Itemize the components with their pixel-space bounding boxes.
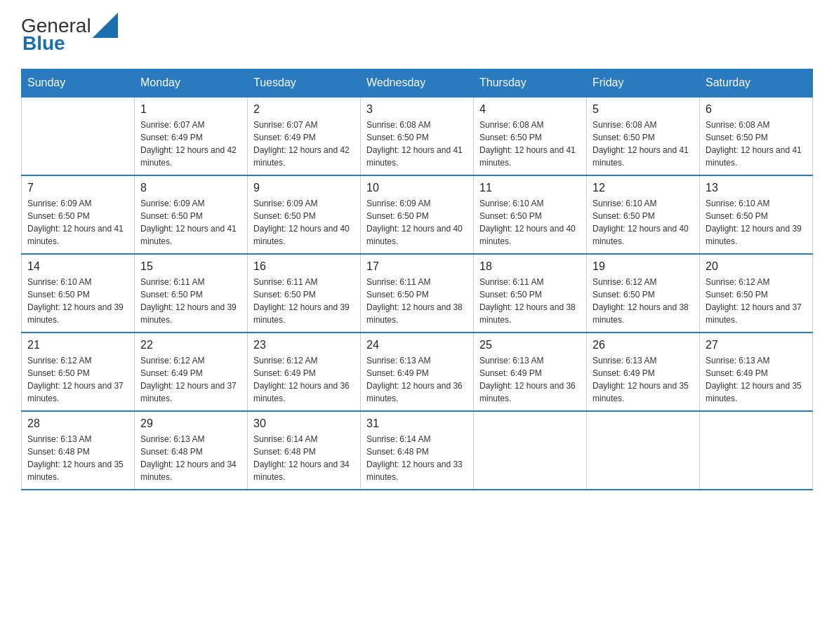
day-info: Sunrise: 6:08 AMSunset: 6:50 PMDaylight:…: [366, 119, 468, 169]
calendar-cell: [587, 411, 700, 490]
day-number: 2: [253, 103, 355, 116]
logo-triangle-icon: [93, 13, 118, 38]
day-number: 31: [366, 417, 468, 430]
day-number: 28: [27, 417, 128, 430]
day-number: 6: [706, 103, 807, 116]
calendar-cell: 2Sunrise: 6:07 AMSunset: 6:49 PMDaylight…: [248, 97, 361, 175]
day-number: 22: [140, 339, 241, 351]
day-number: 1: [140, 103, 241, 116]
calendar-cell: [474, 411, 587, 490]
day-info: Sunrise: 6:12 AMSunset: 6:50 PMDaylight:…: [706, 276, 807, 326]
day-info: Sunrise: 6:09 AMSunset: 6:50 PMDaylight:…: [366, 197, 468, 248]
calendar-week-row: 7Sunrise: 6:09 AMSunset: 6:50 PMDaylight…: [22, 175, 813, 254]
calendar-week-row: 21Sunrise: 6:12 AMSunset: 6:50 PMDayligh…: [22, 333, 813, 411]
calendar-cell: 7Sunrise: 6:09 AMSunset: 6:50 PMDaylight…: [22, 175, 135, 254]
calendar-week-row: 14Sunrise: 6:10 AMSunset: 6:50 PMDayligh…: [22, 254, 813, 333]
day-number: 9: [253, 182, 355, 194]
weekday-header-sunday: Sunday: [22, 69, 135, 98]
calendar-cell: 22Sunrise: 6:12 AMSunset: 6:49 PMDayligh…: [135, 333, 248, 411]
day-info: Sunrise: 6:13 AMSunset: 6:48 PMDaylight:…: [140, 433, 241, 483]
day-number: 4: [479, 103, 581, 116]
day-number: 3: [366, 103, 468, 116]
day-number: 21: [27, 339, 128, 351]
day-number: 18: [479, 260, 581, 273]
calendar-cell: 9Sunrise: 6:09 AMSunset: 6:50 PMDaylight…: [248, 175, 361, 254]
weekday-header-wednesday: Wednesday: [361, 69, 474, 98]
logo-text-blue: Blue: [22, 32, 65, 55]
calendar-cell: 14Sunrise: 6:10 AMSunset: 6:50 PMDayligh…: [22, 254, 135, 333]
logo: General Blue: [21, 14, 118, 55]
day-info: Sunrise: 6:12 AMSunset: 6:49 PMDaylight:…: [140, 354, 241, 405]
day-number: 25: [479, 339, 581, 351]
day-number: 12: [593, 182, 694, 194]
calendar-cell: 5Sunrise: 6:08 AMSunset: 6:50 PMDaylight…: [587, 97, 700, 175]
calendar-cell: 21Sunrise: 6:12 AMSunset: 6:50 PMDayligh…: [22, 333, 135, 411]
day-info: Sunrise: 6:13 AMSunset: 6:49 PMDaylight:…: [366, 354, 468, 405]
calendar-week-row: 1Sunrise: 6:07 AMSunset: 6:49 PMDaylight…: [22, 97, 813, 175]
day-number: 20: [706, 260, 807, 273]
calendar-cell: 31Sunrise: 6:14 AMSunset: 6:48 PMDayligh…: [361, 411, 474, 490]
day-number: 7: [27, 182, 128, 194]
day-info: Sunrise: 6:11 AMSunset: 6:50 PMDaylight:…: [140, 276, 241, 326]
calendar-cell: 6Sunrise: 6:08 AMSunset: 6:50 PMDaylight…: [700, 97, 813, 175]
calendar-cell: 12Sunrise: 6:10 AMSunset: 6:50 PMDayligh…: [587, 175, 700, 254]
calendar-table: SundayMondayTuesdayWednesdayThursdayFrid…: [21, 69, 813, 490]
day-info: Sunrise: 6:07 AMSunset: 6:49 PMDaylight:…: [140, 119, 241, 169]
weekday-header-thursday: Thursday: [474, 69, 587, 98]
weekday-header-tuesday: Tuesday: [248, 69, 361, 98]
day-number: 11: [479, 182, 581, 194]
calendar-cell: 4Sunrise: 6:08 AMSunset: 6:50 PMDaylight…: [474, 97, 587, 175]
day-info: Sunrise: 6:13 AMSunset: 6:49 PMDaylight:…: [479, 354, 581, 405]
calendar-week-row: 28Sunrise: 6:13 AMSunset: 6:48 PMDayligh…: [22, 411, 813, 490]
day-number: 30: [253, 417, 355, 430]
calendar-cell: 11Sunrise: 6:10 AMSunset: 6:50 PMDayligh…: [474, 175, 587, 254]
day-info: Sunrise: 6:13 AMSunset: 6:49 PMDaylight:…: [706, 354, 807, 405]
day-info: Sunrise: 6:10 AMSunset: 6:50 PMDaylight:…: [593, 197, 694, 248]
day-number: 8: [140, 182, 241, 194]
day-info: Sunrise: 6:13 AMSunset: 6:49 PMDaylight:…: [593, 354, 694, 405]
calendar-cell: 3Sunrise: 6:08 AMSunset: 6:50 PMDaylight…: [361, 97, 474, 175]
calendar-cell: 10Sunrise: 6:09 AMSunset: 6:50 PMDayligh…: [361, 175, 474, 254]
day-info: Sunrise: 6:11 AMSunset: 6:50 PMDaylight:…: [253, 276, 355, 326]
calendar-cell: 27Sunrise: 6:13 AMSunset: 6:49 PMDayligh…: [700, 333, 813, 411]
day-info: Sunrise: 6:10 AMSunset: 6:50 PMDaylight:…: [706, 197, 807, 248]
day-number: 13: [706, 182, 807, 194]
day-number: 10: [366, 182, 468, 194]
day-info: Sunrise: 6:12 AMSunset: 6:49 PMDaylight:…: [253, 354, 355, 405]
calendar-cell: 13Sunrise: 6:10 AMSunset: 6:50 PMDayligh…: [700, 175, 813, 254]
day-info: Sunrise: 6:09 AMSunset: 6:50 PMDaylight:…: [27, 197, 128, 248]
day-number: 27: [706, 339, 807, 351]
calendar-cell: 15Sunrise: 6:11 AMSunset: 6:50 PMDayligh…: [135, 254, 248, 333]
calendar-cell: 26Sunrise: 6:13 AMSunset: 6:49 PMDayligh…: [587, 333, 700, 411]
day-info: Sunrise: 6:11 AMSunset: 6:50 PMDaylight:…: [479, 276, 581, 326]
day-info: Sunrise: 6:08 AMSunset: 6:50 PMDaylight:…: [479, 119, 581, 169]
calendar-cell: 17Sunrise: 6:11 AMSunset: 6:50 PMDayligh…: [361, 254, 474, 333]
day-info: Sunrise: 6:08 AMSunset: 6:50 PMDaylight:…: [706, 119, 807, 169]
calendar-cell: 1Sunrise: 6:07 AMSunset: 6:49 PMDaylight…: [135, 97, 248, 175]
page-header: General Blue: [21, 14, 813, 55]
day-number: 23: [253, 339, 355, 351]
day-info: Sunrise: 6:12 AMSunset: 6:50 PMDaylight:…: [593, 276, 694, 326]
calendar-cell: 30Sunrise: 6:14 AMSunset: 6:48 PMDayligh…: [248, 411, 361, 490]
day-number: 24: [366, 339, 468, 351]
day-number: 14: [27, 260, 128, 273]
day-info: Sunrise: 6:09 AMSunset: 6:50 PMDaylight:…: [253, 197, 355, 248]
day-info: Sunrise: 6:10 AMSunset: 6:50 PMDaylight:…: [27, 276, 128, 326]
weekday-header-monday: Monday: [135, 69, 248, 98]
calendar-cell: 18Sunrise: 6:11 AMSunset: 6:50 PMDayligh…: [474, 254, 587, 333]
calendar-cell: [22, 97, 135, 175]
calendar-cell: 16Sunrise: 6:11 AMSunset: 6:50 PMDayligh…: [248, 254, 361, 333]
day-info: Sunrise: 6:10 AMSunset: 6:50 PMDaylight:…: [479, 197, 581, 248]
day-number: 5: [593, 103, 694, 116]
day-number: 15: [140, 260, 241, 273]
day-info: Sunrise: 6:09 AMSunset: 6:50 PMDaylight:…: [140, 197, 241, 248]
calendar-cell: 19Sunrise: 6:12 AMSunset: 6:50 PMDayligh…: [587, 254, 700, 333]
calendar-cell: 23Sunrise: 6:12 AMSunset: 6:49 PMDayligh…: [248, 333, 361, 411]
calendar-cell: 29Sunrise: 6:13 AMSunset: 6:48 PMDayligh…: [135, 411, 248, 490]
weekday-header-friday: Friday: [587, 69, 700, 98]
day-number: 17: [366, 260, 468, 273]
calendar-cell: 28Sunrise: 6:13 AMSunset: 6:48 PMDayligh…: [22, 411, 135, 490]
calendar-cell: [700, 411, 813, 490]
day-number: 19: [593, 260, 694, 273]
day-info: Sunrise: 6:13 AMSunset: 6:48 PMDaylight:…: [27, 433, 128, 483]
